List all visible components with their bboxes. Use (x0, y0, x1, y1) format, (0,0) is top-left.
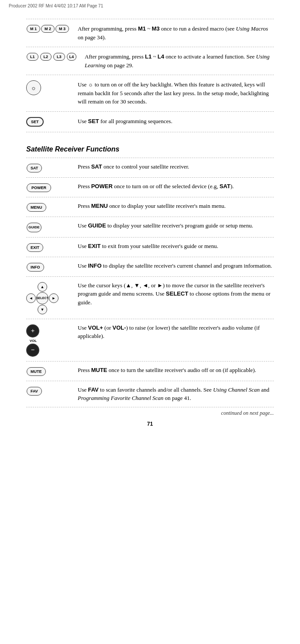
menu-button-cell: MENU (26, 202, 70, 212)
exit-button[interactable]: EXIT (27, 243, 43, 252)
satellite-section-header: Satellite Receiver Functions (26, 145, 274, 153)
sat-text: Press SAT once to control your satellite… (78, 162, 274, 171)
cursor-cluster: ▲ ◄ SELECT ► ▼ (26, 282, 59, 314)
fav-button-cell: FAV (26, 386, 70, 396)
page-content: M 1 M 2 M 3 After programming, press M1 … (0, 10, 300, 436)
exit-button-cell: EXIT (26, 242, 70, 252)
mute-row: MUTE Press MUTE once to turn the satelli… (26, 362, 274, 381)
sat-row: SAT Press SAT once to control your satel… (26, 158, 274, 178)
m1-button[interactable]: M 1 (27, 25, 40, 33)
fav-text: Use FAV to scan favorite channels and/or… (78, 386, 274, 403)
page-header: Producer 2002 RF Mnl 4/4/02 10:17 AM Pag… (0, 0, 300, 10)
learn-buttons: L1 L2 L3 L4 (26, 52, 77, 61)
l2-button[interactable]: L2 (40, 53, 52, 61)
exit-row: EXIT Use EXIT to exit from your satellit… (26, 238, 274, 257)
mute-button[interactable]: MUTE (27, 367, 46, 376)
mute-button-cell: MUTE (26, 366, 70, 376)
page-number: 71 (26, 421, 274, 427)
info-row: INFO Use INFO to display the satellite r… (26, 257, 274, 277)
cursor-up-button[interactable]: ▲ (38, 282, 47, 292)
vol-minus-button[interactable]: − (26, 344, 39, 357)
backlight-button-cell: ☼ (26, 80, 70, 95)
exit-text: Use EXIT to exit from your satellite rec… (78, 242, 274, 251)
learn-row: L1 L2 L3 L4 After programming, press L1 … (26, 47, 274, 75)
mute-text: Press MUTE once to turn the satellite re… (78, 366, 274, 375)
info-button[interactable]: INFO (27, 263, 44, 272)
backlight-button[interactable]: ☼ (26, 80, 41, 95)
macro-text: After programming, press M1 ~ M3 once to… (78, 24, 274, 41)
l3-button[interactable]: L3 (53, 53, 65, 61)
backlight-text: Use ☼ to turn on or off the key backligh… (78, 80, 274, 106)
vol-row: + VOL − Use VOL+ (or VOL-) to raise (or … (26, 319, 274, 362)
cursor-left-button[interactable]: ◄ (26, 293, 36, 303)
power-row: POWER Press POWER once to turn on or off… (26, 178, 274, 197)
sat-button-cell: SAT (26, 162, 70, 173)
vol-plus-button[interactable]: + (26, 324, 39, 337)
cursor-button-cell: ▲ ◄ SELECT ► ▼ (26, 281, 70, 314)
info-button-cell: INFO (26, 262, 70, 272)
m3-button[interactable]: M 3 (55, 25, 69, 33)
power-button[interactable]: POWER (27, 183, 51, 192)
l1-button[interactable]: L1 (27, 53, 38, 61)
l4-button[interactable]: L4 (67, 53, 77, 61)
vol-cluster: + VOL − (26, 324, 39, 357)
set-text: Use SET for all programming sequences. (78, 117, 274, 126)
vol-button-cell: + VOL − (26, 324, 70, 357)
guide-text: Use GUIDE to display your satellite rece… (78, 221, 274, 230)
macro-row: M 1 M 2 M 3 After programming, press M1 … (26, 19, 274, 47)
header-text: Producer 2002 RF Mnl 4/4/02 10:17 AM Pag… (9, 3, 103, 8)
backlight-row: ☼ Use ☼ to turn on or off the key backli… (26, 75, 274, 112)
learn-text: After programming, press L1 ~ L4 once to… (85, 52, 274, 69)
set-row: SET Use SET for all programming sequence… (26, 112, 274, 132)
fav-button[interactable]: FAV (27, 387, 42, 396)
continued-text: continued on next page... (26, 410, 274, 417)
fav-row: FAV Use FAV to scan favorite channels an… (26, 381, 274, 407)
set-button[interactable]: SET (26, 117, 44, 127)
cursor-text: Use the cursor keys (▲, ▼, ◄, or ►) to m… (78, 281, 274, 307)
vol-text: Use VOL+ (or VOL-) to raise (or lower) t… (78, 324, 274, 341)
menu-button[interactable]: MENU (27, 203, 46, 212)
vol-label: VOL (30, 339, 37, 343)
menu-text: Press MENU once to display your satellit… (78, 202, 274, 210)
sat-button[interactable]: SAT (27, 164, 42, 172)
set-button-cell: SET (26, 117, 70, 127)
cursor-right-button[interactable]: ► (49, 293, 59, 303)
info-text: Use INFO to display the satellite receiv… (78, 262, 274, 270)
select-button[interactable]: SELECT (36, 292, 48, 304)
cursor-down-button[interactable]: ▼ (38, 305, 47, 314)
power-text: Press POWER once to turn on or off the s… (78, 182, 274, 191)
menu-row: MENU Press MENU once to display your sat… (26, 197, 274, 217)
cursor-row: ▲ ◄ SELECT ► ▼ Use the cursor keys (▲, ▼… (26, 277, 274, 319)
m2-button[interactable]: M 2 (41, 25, 55, 33)
guide-button[interactable]: GUIDE (27, 223, 41, 232)
guide-row: GUIDE Use GUIDE to display your satellit… (26, 217, 274, 238)
guide-button-cell: GUIDE (26, 221, 70, 233)
power-button-cell: POWER (26, 182, 70, 193)
macro-buttons: M 1 M 2 M 3 (26, 24, 70, 33)
